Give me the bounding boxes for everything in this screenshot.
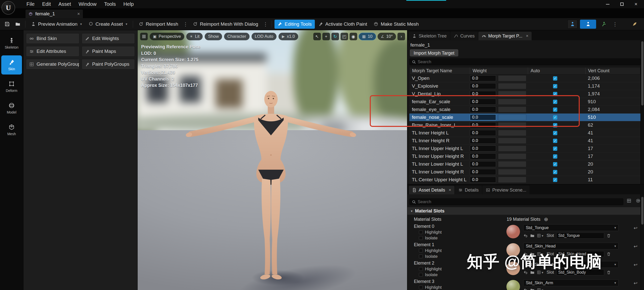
- morph-row-brow-raise-inner-l[interactable]: Brow_Raise_Inner_L 0.0 ✓ 62: [409, 121, 640, 129]
- auto-checkbox[interactable]: ✓: [553, 147, 557, 151]
- weight-slider[interactable]: [498, 169, 526, 175]
- bind-skin-button[interactable]: Bind Skin: [26, 33, 79, 44]
- scrollbar-thumb[interactable]: [641, 197, 643, 225]
- morph-search-input[interactable]: [418, 59, 638, 64]
- details-scrollbar[interactable]: [640, 194, 644, 290]
- weight-slider[interactable]: [498, 130, 526, 136]
- weight-input[interactable]: 0.0: [470, 177, 496, 183]
- toolbar-more-button[interactable]: ⋮: [611, 21, 619, 27]
- lit-dropdown[interactable]: ☀Lit: [186, 33, 203, 40]
- morph-row-tl-inner-lower-height-l[interactable]: TL Inner Lower Height L 0.0 ✓ 20: [409, 160, 640, 168]
- retarget-button[interactable]: [599, 20, 609, 29]
- rail-skeleton[interactable]: Skeleton: [1, 34, 22, 53]
- weight-input[interactable]: 0.0: [470, 153, 496, 159]
- morph-scrollbar[interactable]: [640, 40, 644, 184]
- material-thumbnail[interactable]: [506, 225, 520, 239]
- paint-polygroups-button[interactable]: Paint PolyGroups: [82, 59, 135, 69]
- delete-slot-button[interactable]: [606, 270, 611, 275]
- assign-arrow-icon[interactable]: ↩: [634, 244, 637, 249]
- viewport[interactable]: Previewing Reference PoseLOD: 0Current S…: [138, 30, 407, 290]
- assign-arrow-icon[interactable]: ↩: [634, 262, 637, 268]
- column-header-weight[interactable]: Weight: [470, 67, 528, 74]
- rail-skin[interactable]: Skin: [1, 55, 22, 75]
- preview-mesh-button[interactable]: [567, 20, 577, 29]
- material-options-dropdown[interactable]: ▾: [537, 234, 543, 238]
- auto-checkbox[interactable]: ✓: [553, 92, 557, 96]
- morph-row-tl-center-upper-height-l[interactable]: TL Center Upper Height L 0.0 ✓ 11: [409, 176, 640, 184]
- weight-slider[interactable]: [498, 153, 526, 159]
- use-selected-button[interactable]: [523, 233, 528, 238]
- morph-row-v-explosive[interactable]: V_Explosive 0.0 ✓ 1,174: [409, 82, 640, 90]
- tab-skeleton-tree[interactable]: Skeleton Tree: [409, 32, 450, 40]
- display-options-button[interactable]: [625, 198, 632, 204]
- perspective-dropdown[interactable]: ▣Perspective: [150, 33, 184, 40]
- weight-input[interactable]: 0.0: [470, 91, 496, 97]
- isolate-checkbox[interactable]: Isolate: [407, 272, 505, 278]
- grid-snap-button[interactable]: ▦10: [359, 33, 376, 40]
- morph-row-tl-inner-upper-height-r[interactable]: TL Inner Upper Height R 0.0 ✓ 17: [409, 153, 640, 160]
- column-header-vert-count[interactable]: Vert Count: [586, 67, 640, 74]
- maximize-button[interactable]: [615, 1, 629, 8]
- menu-tools[interactable]: Tools: [100, 0, 120, 8]
- highlight-checkbox[interactable]: Highlight: [407, 284, 505, 290]
- toolbar-expand-button[interactable]: ›: [397, 33, 405, 40]
- browse-to-asset-button[interactable]: [13, 20, 23, 29]
- select-tool-button[interactable]: ↖: [313, 33, 321, 40]
- menu-window[interactable]: Window: [75, 0, 100, 8]
- morph-row-female-nose-scale[interactable]: female_nose_scale 0.0 ✓ 510: [409, 114, 640, 121]
- add-material-slot-button[interactable]: ⊕: [544, 216, 548, 222]
- material-dropdown[interactable]: Std_Skin_Head▾: [523, 243, 619, 249]
- use-selected-button[interactable]: [523, 288, 528, 290]
- auto-checkbox[interactable]: ✓: [553, 107, 557, 112]
- move-tool-button[interactable]: +: [322, 33, 330, 40]
- auto-checkbox[interactable]: ✓: [553, 139, 557, 143]
- reimport-options-button[interactable]: ⋮: [182, 21, 189, 27]
- rail-deform[interactable]: Deform: [1, 77, 22, 96]
- weight-input[interactable]: 0.0: [470, 169, 496, 175]
- auto-checkbox[interactable]: ✓: [553, 76, 557, 81]
- delete-slot-button[interactable]: [606, 252, 611, 256]
- save-button[interactable]: [2, 20, 12, 29]
- weight-input[interactable]: 0.0: [470, 114, 496, 120]
- lod-dropdown[interactable]: LOD Auto: [252, 33, 277, 40]
- material-dropdown[interactable]: Std_Skin_Arm▾: [523, 279, 619, 286]
- weight-input[interactable]: 0.0: [470, 122, 496, 128]
- menu-file[interactable]: File: [23, 0, 38, 8]
- weight-input[interactable]: 0.0: [470, 83, 496, 89]
- editor-utility-button[interactable]: [629, 20, 639, 29]
- morph-row-tl-inner-upper-height-l[interactable]: TL Inner Upper Height L 0.0 ✓ 17: [409, 145, 640, 153]
- world-space-button[interactable]: ◉: [350, 33, 357, 40]
- auto-checkbox[interactable]: ✓: [553, 170, 557, 174]
- minimize-button[interactable]: [601, 1, 615, 8]
- show-dropdown[interactable]: Show: [205, 33, 222, 40]
- viewport-menu-button[interactable]: [140, 33, 148, 40]
- morph-row-tl-inner-lower-height-r[interactable]: TL Inner Lower Height R 0.0 ✓ 20: [409, 168, 640, 176]
- morph-row-tl-inner-height-r[interactable]: TL Inner Height R 0.0 ✓ 41: [409, 137, 640, 145]
- column-header-morph-target-name[interactable]: Morph Target Name: [410, 67, 470, 74]
- rail-mesh[interactable]: Mesh: [1, 120, 22, 139]
- material-thumbnail[interactable]: [506, 280, 520, 290]
- auto-checkbox[interactable]: ✓: [553, 115, 557, 120]
- edit-attributes-button[interactable]: Edit Attributes: [26, 46, 79, 57]
- material-slots-section-header[interactable]: ▾ Material Slots: [407, 207, 644, 215]
- editing-tools-button[interactable]: Editing Tools: [274, 20, 315, 29]
- create-asset-button[interactable]: Create Asset▾: [85, 20, 130, 29]
- highlight-checkbox[interactable]: Highlight: [407, 229, 505, 235]
- weight-slider[interactable]: [498, 122, 526, 128]
- edit-weights-button[interactable]: Edit Weights: [82, 33, 135, 44]
- menu-edit[interactable]: Edit: [38, 0, 54, 8]
- tab-details[interactable]: Details: [455, 186, 482, 194]
- generate-polygroups-button[interactable]: Generate PolyGroups: [26, 59, 79, 69]
- unreal-logo-icon[interactable]: U: [2, 1, 15, 15]
- character-mode-button[interactable]: [580, 20, 596, 29]
- close-button[interactable]: ×: [629, 1, 643, 8]
- weight-input[interactable]: 0.0: [470, 130, 496, 136]
- weight-input[interactable]: 0.0: [470, 161, 496, 167]
- weight-slider[interactable]: [498, 114, 526, 120]
- character-dropdown[interactable]: Character: [224, 33, 250, 40]
- menu-help[interactable]: Help: [120, 0, 138, 8]
- character-model[interactable]: [182, 90, 360, 286]
- weight-input[interactable]: 0.0: [470, 138, 496, 144]
- menu-asset[interactable]: Asset: [55, 0, 75, 8]
- auto-checkbox[interactable]: ✓: [553, 131, 557, 135]
